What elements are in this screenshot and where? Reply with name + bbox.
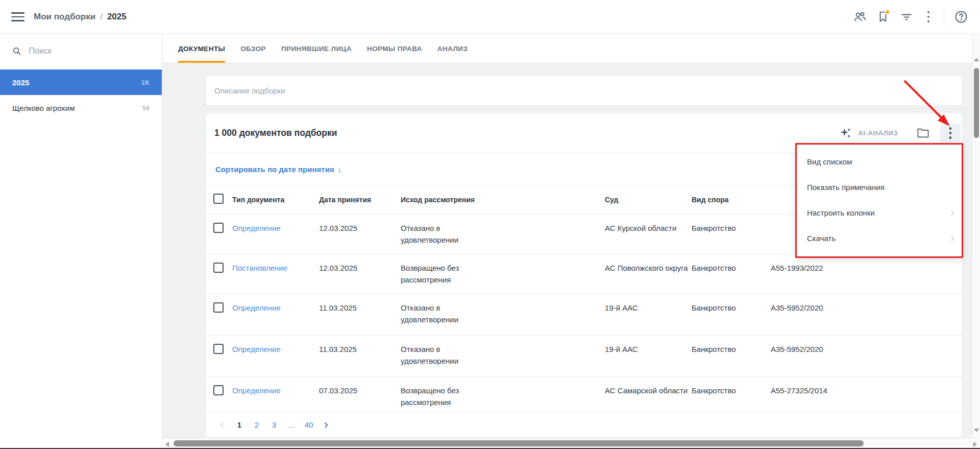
documents-context-menu: Вид списком Показать примечания Настроит… (797, 145, 962, 256)
tab-analysis[interactable]: АНАЛИЗ (437, 34, 468, 63)
ai-analysis-button[interactable]: AI-АНАЛИЗ (840, 127, 898, 140)
collection-description-field[interactable]: Описание подборки (206, 76, 962, 105)
ai-analysis-label: AI-АНАЛИЗ (858, 129, 898, 137)
table-row: Постановление 12.03.2025 Возвращено без … (206, 254, 962, 294)
menu-item-label: Вид списком (807, 157, 852, 166)
row-checkbox[interactable] (213, 344, 224, 354)
menu-item-configure-columns[interactable]: Настроить колонки › (797, 200, 962, 225)
app-root: Мои подборки / 2025 (0, 0, 980, 449)
row-checkbox[interactable] (213, 223, 224, 233)
pagination-page-3[interactable]: 3 (265, 420, 283, 429)
cell-dispute: Банкротство (692, 223, 771, 234)
menu-item-label: Скачать (807, 234, 836, 243)
scroll-up-arrow-icon[interactable] (974, 58, 979, 61)
document-type-link[interactable]: Определение (232, 385, 319, 397)
tab-law-norms[interactable]: НОРМЫ ПРАВА (367, 34, 422, 63)
tab-overview[interactable]: ОБЗОР (240, 34, 266, 63)
documents-kebab-menu-icon[interactable] (940, 124, 961, 143)
filter-icon[interactable] (895, 5, 918, 29)
sidebar-item-schelkovo-agrohim[interactable]: Щелково агрохим 54 (0, 95, 162, 121)
column-header-dispute: Вид спора (692, 196, 771, 204)
pagination: 1 2 3 ... 40 (206, 413, 962, 437)
cell-case-number: А55-1993/2022 (771, 263, 953, 274)
vertical-scrollbar-thumb[interactable] (974, 68, 979, 138)
scroll-down-arrow-icon[interactable] (974, 429, 979, 432)
sidebar-search (0, 34, 162, 68)
folder-icon[interactable] (916, 126, 930, 140)
breadcrumb-my-collections-link[interactable]: Мои подборки (34, 12, 95, 22)
cell-case-number: А55-27325/2014 (771, 385, 953, 397)
column-header-outcome: Исход рассмотрения (401, 196, 605, 204)
pagination-page-40[interactable]: 40 (300, 420, 317, 429)
cell-outcome: Отказано в удовлетворении (401, 223, 488, 246)
sparkles-icon (840, 127, 853, 140)
topbar-kebab-menu-icon[interactable] (918, 7, 939, 27)
submenu-chevron-icon: › (950, 207, 954, 218)
users-icon[interactable] (848, 5, 871, 29)
collections-sidebar: 2025 1K Щелково агрохим 54 (0, 34, 162, 448)
documents-count-title: 1 000 документов подборки (214, 128, 337, 138)
cell-dispute: Банкротство (692, 302, 771, 314)
menu-item-label: Показать примечания (807, 183, 885, 192)
cell-outcome: Возвращено без рассмотрения (401, 263, 488, 286)
cell-date: 11.03.2025 (319, 344, 401, 356)
scroll-right-arrow-icon[interactable] (973, 442, 977, 447)
sort-by-date-link[interactable]: Сортировать по дате принятия ↓ (215, 165, 341, 174)
topbar-divider (944, 8, 944, 26)
sidebar-item-2025[interactable]: 2025 1K (0, 69, 162, 95)
cell-outcome: Отказано в удовлетворении (401, 302, 488, 325)
pagination-next-icon[interactable] (317, 420, 335, 430)
document-type-link[interactable]: Постановление (232, 263, 319, 274)
cell-dispute: Банкротство (692, 385, 771, 397)
cell-date: 12.03.2025 (319, 263, 401, 274)
sort-label: Сортировать по дате принятия (215, 165, 334, 174)
help-icon[interactable] (949, 5, 973, 29)
tabs-bar: ДОКУМЕНТЫ ОБЗОР ПРИНЯВШИЕ ЛИЦА НОРМЫ ПРА… (163, 34, 972, 63)
pagination-prev-icon[interactable] (213, 420, 231, 430)
breadcrumb-separator: / (100, 12, 103, 22)
cell-court: АС Курской области (605, 223, 692, 234)
cell-date: 07.03.2025 (319, 385, 401, 397)
cell-court: 19-й ААС (605, 344, 692, 356)
notification-dot (885, 9, 890, 15)
table-row: Определение 07.03.2025 Возвращено без ра… (206, 377, 962, 413)
sort-direction-arrow-icon: ↓ (338, 165, 342, 174)
bookmark-icon[interactable] (871, 5, 895, 29)
table-row: Определение 11.03.2025 Отказано в удовле… (206, 336, 962, 377)
menu-item-label: Настроить колонки (807, 208, 875, 217)
menu-item-download[interactable]: Скачать › (797, 225, 962, 251)
cell-case-number: А35-5952/2020 (771, 302, 953, 314)
menu-item-show-notes[interactable]: Показать примечания (797, 174, 962, 200)
vertical-scrollbar[interactable] (972, 34, 980, 438)
cell-dispute: Банкротство (692, 344, 771, 356)
hamburger-menu-icon[interactable] (11, 12, 24, 22)
document-type-link[interactable]: Определение (232, 302, 319, 314)
topbar-actions (848, 0, 973, 34)
column-header-court: Суд (605, 196, 692, 204)
breadcrumb: Мои подборки / 2025 (34, 0, 127, 34)
pagination-page-1[interactable]: 1 (231, 420, 248, 429)
tab-adopting-persons[interactable]: ПРИНЯВШИЕ ЛИЦА (281, 34, 352, 63)
row-checkbox[interactable] (213, 263, 224, 273)
document-type-link[interactable]: Определение (232, 344, 319, 356)
menu-item-list-view[interactable]: Вид списком (797, 149, 962, 174)
pagination-page-2[interactable]: 2 (248, 420, 265, 429)
row-checkbox[interactable] (213, 302, 224, 313)
submenu-chevron-icon: › (950, 233, 954, 243)
document-type-link[interactable]: Определение (232, 223, 319, 234)
collection-count: 1K (141, 79, 150, 86)
search-input[interactable] (29, 46, 150, 56)
cell-outcome: Возвращено без рассмотрения (401, 385, 488, 408)
description-placeholder: Описание подборки (214, 86, 285, 95)
cell-case-number: А35-5952/2020 (771, 344, 953, 356)
cell-court: 19-й ААС (605, 302, 692, 314)
horizontal-scrollbar[interactable] (162, 438, 980, 448)
pagination-ellipsis: ... (283, 420, 300, 429)
horizontal-scrollbar-thumb[interactable] (174, 440, 864, 446)
tab-documents[interactable]: ДОКУМЕНТЫ (178, 34, 225, 63)
row-checkbox[interactable] (213, 385, 224, 395)
scroll-left-arrow-icon[interactable] (165, 442, 169, 447)
select-all-checkbox[interactable] (213, 194, 224, 204)
cell-date: 11.03.2025 (319, 302, 401, 314)
topbar: Мои подборки / 2025 (0, 0, 980, 34)
